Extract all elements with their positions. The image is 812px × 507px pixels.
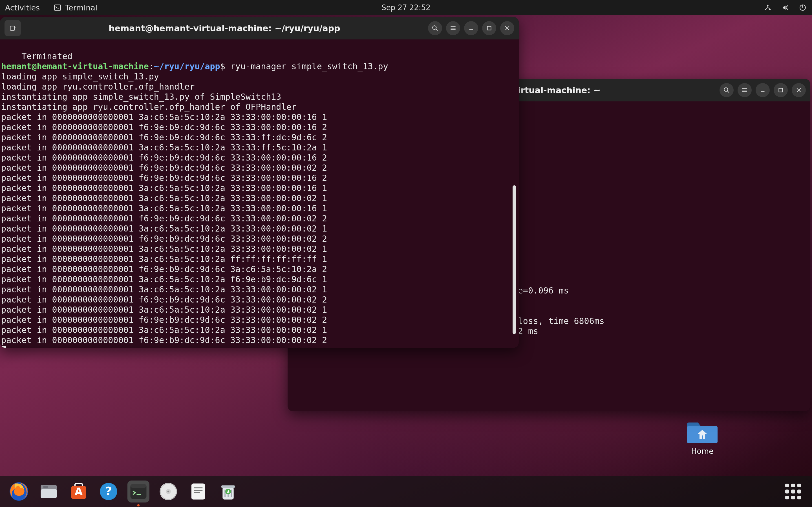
dock-firefox[interactable] xyxy=(8,481,30,503)
titlebar-front[interactable]: hemant@hemant-virtual-machine: ~/ryu/ryu… xyxy=(0,17,519,40)
svg-rect-7 xyxy=(779,89,783,92)
dock-disc[interactable] xyxy=(157,481,179,503)
new-tab-button[interactable] xyxy=(4,20,21,36)
search-button[interactable] xyxy=(428,21,442,35)
close-button[interactable] xyxy=(500,21,514,35)
dock-software[interactable]: A xyxy=(68,481,90,503)
folder-icon xyxy=(687,417,718,444)
window-title-front: hemant@hemant-virtual-machine: ~/ryu/ryu… xyxy=(25,23,424,33)
svg-rect-13 xyxy=(41,489,57,498)
dock-trash[interactable] xyxy=(217,481,239,503)
svg-point-24 xyxy=(167,491,169,493)
svg-rect-8 xyxy=(10,26,14,30)
prompt-line: hemant@hemant-virtual-machine:~/ryu/ryu/… xyxy=(1,61,388,71)
svg-rect-25 xyxy=(192,484,205,500)
svg-text:?: ? xyxy=(105,484,112,498)
svg-point-9 xyxy=(433,25,436,29)
svg-rect-0 xyxy=(54,5,61,10)
hamburger-button[interactable] xyxy=(446,21,460,35)
minimize-button[interactable] xyxy=(756,83,770,97)
minimize-button[interactable] xyxy=(464,21,478,35)
svg-rect-14 xyxy=(43,486,48,488)
dock: A ? xyxy=(0,476,812,507)
search-button[interactable] xyxy=(719,83,733,97)
dock-files[interactable] xyxy=(38,481,60,503)
activities-button[interactable]: Activities xyxy=(5,3,40,12)
topbar-clock[interactable]: Sep 27 22:52 xyxy=(382,3,430,12)
svg-point-6 xyxy=(724,88,728,91)
topbar-app-name: Terminal xyxy=(65,3,97,12)
network-icon[interactable] xyxy=(763,3,772,12)
dock-help[interactable]: ? xyxy=(98,481,119,503)
svg-point-1 xyxy=(767,5,768,6)
gnome-topbar: Activities Terminal Sep 27 22:52 xyxy=(0,0,812,15)
svg-rect-27 xyxy=(221,485,235,488)
dock-apps-grid[interactable] xyxy=(782,481,804,503)
maximize-button[interactable] xyxy=(482,21,496,35)
volume-icon[interactable] xyxy=(781,3,790,12)
apps-grid-icon xyxy=(785,484,801,499)
desktop-icon-label: Home xyxy=(686,447,719,455)
scrollbar[interactable] xyxy=(513,40,517,348)
power-icon[interactable] xyxy=(799,3,807,12)
scrollbar-thumb[interactable] xyxy=(513,185,516,334)
topbar-app-indicator[interactable]: Terminal xyxy=(53,3,97,12)
terminal-output-front[interactable]: Terminated hemant@hemant-virtual-machine… xyxy=(0,40,519,348)
maximize-button[interactable] xyxy=(774,83,788,97)
terminal-window-front[interactable]: hemant@hemant-virtual-machine: ~/ryu/ryu… xyxy=(0,17,519,348)
svg-text:A: A xyxy=(75,485,83,498)
dock-text-editor[interactable] xyxy=(187,481,209,503)
close-button[interactable] xyxy=(792,83,806,97)
hamburger-button[interactable] xyxy=(738,83,752,97)
dock-terminal[interactable] xyxy=(128,481,149,503)
terminal-icon xyxy=(53,3,62,12)
svg-rect-10 xyxy=(488,26,491,30)
desktop-icon-home[interactable]: Home xyxy=(686,417,719,455)
svg-rect-20 xyxy=(131,484,147,488)
